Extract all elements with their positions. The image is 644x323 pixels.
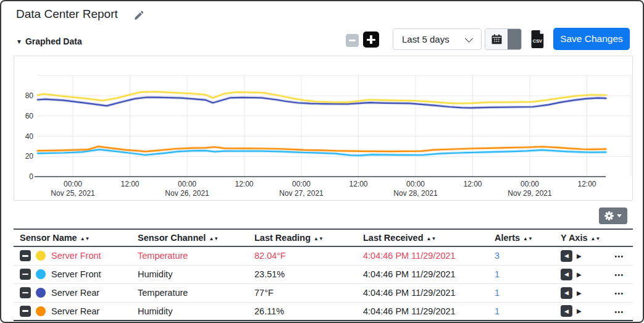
table-row: Server RearHumidity26.11%4:04:46 PM 11/2…	[14, 302, 633, 321]
alerts-count-link[interactable]: 1	[495, 288, 500, 298]
alerts-count-link[interactable]: 3	[495, 251, 500, 261]
table-row: Server RearTemperature77°F4:04:46 PM 11/…	[14, 283, 633, 302]
collapse-sensor-button[interactable]	[20, 250, 31, 261]
y-axis-tick-label: 20	[25, 152, 34, 161]
y-axis-left-button[interactable]: ◀	[561, 305, 572, 317]
date-range-select[interactable]: Last 5 days	[393, 28, 482, 50]
zoom-in-button[interactable]	[363, 31, 379, 48]
sort-icon[interactable]: ▲▼	[209, 236, 219, 241]
chevron-down-icon	[465, 35, 473, 43]
series-color-swatch	[36, 306, 46, 316]
x-axis-time-label: 00:00	[64, 180, 82, 188]
csv-icon-label: CSV	[533, 38, 542, 44]
last-received: 4:04:46 PM 11/29/2021	[357, 246, 488, 265]
x-axis-date-label: Nov 29, 2021	[508, 189, 552, 198]
graphed-data-section-toggle[interactable]: ▼Graphed Data	[16, 36, 82, 46]
collapse-caret-icon: ▼	[16, 38, 22, 45]
table-row: Server FrontHumidity23.51%4:04:46 PM 11/…	[14, 265, 633, 283]
sensor-name: Server Rear	[51, 306, 99, 316]
calendar-button[interactable]	[485, 28, 522, 50]
y-axis-right-button[interactable]: ▶	[577, 253, 582, 259]
row-menu-button[interactable]: •••	[614, 309, 624, 316]
sort-icon[interactable]: ▲▼	[427, 236, 437, 241]
x-axis-time-label: 00:00	[521, 180, 539, 188]
sensor-name: Server Front	[51, 269, 101, 279]
x-axis-time-label: 00:00	[406, 180, 425, 188]
minus-icon	[22, 274, 28, 275]
x-axis-date-label: Nov 28, 2021	[393, 189, 438, 198]
col-last-received[interactable]: Last Received▲▼	[357, 229, 488, 246]
y-axis-tick-label: 60	[25, 112, 34, 120]
alerts-count-link[interactable]: 1	[495, 269, 500, 279]
plus-icon	[367, 35, 375, 44]
zoom-out-button[interactable]	[346, 34, 359, 47]
sensor-name: Server Rear	[51, 288, 99, 298]
y-axis-left-button[interactable]: ◀	[561, 269, 572, 280]
col-sensor-name[interactable]: Sensor Name▲▼	[14, 229, 132, 246]
data-center-report-window: Data Center Report ▼Graphed Data Last 5 …	[0, 0, 644, 323]
collapse-sensor-button[interactable]	[20, 287, 31, 298]
section-title: Graphed Data	[25, 36, 82, 46]
minus-icon	[22, 292, 28, 294]
last-received: 4:04:46 PM 11/29/2021	[357, 283, 488, 302]
date-range-value: Last 5 days	[402, 34, 450, 44]
gear-icon	[604, 211, 614, 220]
x-axis-time-label: 00:00	[178, 180, 196, 188]
last-reading: 77°F	[248, 283, 357, 302]
sort-icon[interactable]: ▲▼	[314, 236, 324, 241]
x-axis-time-label: 12:00	[349, 180, 368, 188]
calendar-icon	[485, 29, 508, 49]
sensors-table: Sensor Name▲▼ Sensor Channel▲▼ Last Read…	[14, 229, 633, 321]
sensor-channel: Temperature	[132, 283, 248, 302]
minus-icon	[22, 255, 28, 257]
y-axis-left-button[interactable]: ◀	[561, 287, 572, 299]
sort-icon[interactable]: ▲▼	[80, 236, 90, 241]
row-menu-button[interactable]: •••	[614, 290, 624, 297]
minus-icon	[22, 310, 28, 312]
x-axis-date-label: Nov 27, 2021	[279, 189, 324, 198]
chart-canvas: 02040608000:00Nov 25, 202112:0000:00Nov …	[14, 56, 632, 200]
sensor-name: Server Front	[51, 251, 101, 261]
last-received: 4:04:46 PM 11/29/2021	[357, 302, 488, 321]
y-axis-right-button[interactable]: ▶	[577, 308, 582, 314]
collapse-sensor-button[interactable]	[20, 306, 31, 317]
edit-title-pencil-icon[interactable]	[133, 10, 144, 23]
series-color-swatch	[36, 269, 46, 279]
sort-icon[interactable]: ▲▼	[591, 236, 601, 241]
y-axis-tick-label: 80	[25, 91, 34, 100]
y-axis-right-button[interactable]: ▶	[577, 290, 582, 296]
x-axis-time-label: 12:00	[578, 180, 596, 188]
series-color-swatch	[36, 251, 46, 261]
row-menu-button[interactable]: •••	[614, 253, 624, 260]
last-reading: 23.51%	[248, 265, 357, 283]
sensor-channel: Temperature	[132, 246, 248, 265]
alerts-count-link[interactable]: 1	[495, 306, 500, 316]
col-alerts[interactable]: Alerts▲▼	[488, 229, 554, 246]
last-received: 4:04:46 PM 11/29/2021	[357, 265, 488, 283]
table-row: Server FrontTemperature82.04°F4:04:46 PM…	[14, 246, 633, 265]
calendar-range-segment[interactable]	[508, 29, 521, 49]
col-last-reading[interactable]: Last Reading▲▼	[248, 229, 357, 246]
sort-icon[interactable]: ▲▼	[523, 236, 533, 241]
save-changes-button[interactable]: Save Changes	[553, 28, 630, 50]
page-title: Data Center Report	[16, 7, 118, 21]
x-axis-time-label: 12:00	[464, 180, 482, 188]
row-menu-button[interactable]: •••	[614, 272, 624, 279]
y-axis-tick-label: 0	[29, 172, 33, 181]
export-csv-button[interactable]: CSV	[530, 30, 545, 48]
last-reading: 26.11%	[248, 302, 357, 321]
y-axis-left-button[interactable]: ◀	[561, 250, 572, 262]
x-axis-date-label: Nov 25, 2021	[51, 189, 95, 198]
col-actions	[603, 229, 633, 246]
y-axis-tick-label: 40	[25, 132, 34, 141]
sensor-channel: Humidity	[132, 265, 248, 283]
col-y-axis[interactable]: Y Axis▲▼	[554, 229, 603, 246]
collapse-sensor-button[interactable]	[20, 269, 31, 280]
x-axis-date-label: Nov 26, 2021	[165, 189, 209, 198]
table-header-row: Sensor Name▲▼ Sensor Channel▲▼ Last Read…	[14, 229, 633, 246]
col-sensor-channel[interactable]: Sensor Channel▲▼	[132, 229, 248, 246]
last-reading: 82.04°F	[248, 246, 357, 265]
y-axis-right-button[interactable]: ▶	[577, 271, 582, 278]
table-settings-button[interactable]	[599, 208, 627, 224]
sensor-line-chart[interactable]: 02040608000:00Nov 25, 202112:0000:00Nov …	[14, 56, 633, 201]
